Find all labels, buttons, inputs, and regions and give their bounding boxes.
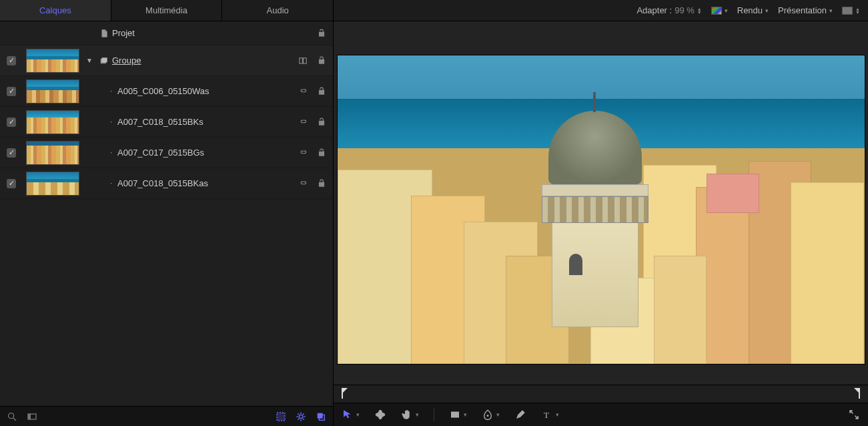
stepper-icon[interactable]: ▲▼	[855, 7, 860, 14]
clip-name[interactable]: A007_C018_0515BKas	[112, 178, 280, 188]
color-chip-icon	[711, 7, 722, 15]
panel-tabs: Calques Multimédia Audio	[0, 0, 333, 21]
viewer-panel: Adapter : 99 % ▲▼ ▾ Rendu ▾ Présentation…	[334, 0, 868, 426]
chevron-down-icon: ▾	[556, 411, 559, 418]
canvas-preview[interactable]	[338, 55, 865, 364]
svg-rect-35	[451, 412, 459, 418]
visibility-checkbox[interactable]	[7, 87, 16, 96]
tab-media[interactable]: Multimédia	[111, 0, 223, 21]
svg-rect-31	[318, 413, 323, 418]
clip-name[interactable]: A005_C006_05150Was	[112, 86, 280, 96]
chevron-down-icon: ▾	[725, 7, 728, 14]
clip-name[interactable]: A007_C018_0515BKs	[112, 117, 280, 127]
svg-rect-2	[300, 57, 303, 63]
clip-thumbnail	[26, 172, 79, 196]
viewer-top-toolbar: Adapter : 99 % ▲▼ ▾ Rendu ▾ Présentation…	[334, 0, 868, 21]
lock-open-icon[interactable]	[317, 56, 326, 65]
viewer-layout-menu[interactable]: ▲▼	[842, 7, 860, 15]
lock-open-icon[interactable]	[317, 87, 326, 96]
clip-thumbnail	[26, 141, 79, 165]
lock-open-icon[interactable]	[317, 179, 326, 188]
out-point-marker-icon[interactable]	[854, 388, 860, 394]
svg-rect-3	[304, 57, 307, 63]
visibility-checkbox[interactable]	[7, 148, 16, 158]
layer-list: Projet ▼ Groupe	[0, 21, 333, 406]
filter-stack-icon[interactable]	[316, 411, 326, 422]
tower-graphic	[548, 111, 642, 327]
in-point-marker-icon[interactable]	[342, 388, 348, 394]
frame-view-icon[interactable]	[27, 411, 37, 422]
svg-point-22	[299, 415, 302, 418]
lock-open-icon[interactable]	[317, 29, 326, 38]
shape-tool[interactable]: ▾	[449, 409, 467, 421]
clip-row[interactable]: A007_C017_0515BGs	[0, 138, 333, 168]
svg-line-27	[298, 413, 299, 415]
visibility-checkbox[interactable]	[7, 56, 16, 65]
clip-row[interactable]: A007_C018_0515BKas	[0, 168, 333, 199]
link-icon[interactable]	[298, 148, 308, 158]
view-label: Présentation	[778, 5, 827, 15]
select-tool[interactable]: ▾	[342, 409, 360, 421]
svg-point-36	[487, 415, 489, 417]
chevron-down-icon: ▾	[829, 7, 833, 14]
layout-chip-icon	[842, 7, 853, 15]
layers-panel-footer	[0, 406, 333, 426]
mini-timeline[interactable]	[334, 385, 868, 403]
fit-zoom-control[interactable]: Adapter : 99 % ▲▼	[636, 5, 701, 15]
svg-line-28	[303, 418, 304, 419]
link-icon[interactable]	[298, 118, 308, 127]
paint-tool[interactable]	[514, 409, 526, 421]
lock-open-icon[interactable]	[317, 118, 326, 127]
disclosure-triangle-icon[interactable]: ▼	[86, 57, 93, 64]
group-row[interactable]: ▼ Groupe	[0, 45, 333, 76]
clip-row[interactable]: A007_C018_0515BKs	[0, 107, 333, 138]
project-row[interactable]: Projet	[0, 21, 333, 45]
chevron-down-icon: ▾	[496, 411, 500, 418]
svg-line-30	[303, 413, 304, 415]
stepper-icon[interactable]: ▲▼	[697, 7, 702, 14]
lock-open-icon[interactable]	[317, 148, 326, 158]
pan-tool[interactable]: ▾	[401, 409, 419, 421]
svg-line-17	[13, 418, 16, 421]
3d-transform-tool[interactable]	[374, 409, 386, 421]
layers-panel: Calques Multimédia Audio Projet ▼ Gr	[0, 0, 334, 426]
view-menu[interactable]: Présentation ▾	[778, 5, 833, 15]
render-menu[interactable]: Rendu ▾	[737, 5, 769, 15]
chevron-down-icon: ▾	[464, 411, 467, 418]
clip-name[interactable]: A007_C017_0515BGs	[112, 148, 280, 158]
canvas-area[interactable]	[334, 21, 868, 385]
svg-text:T: T	[544, 410, 550, 420]
tab-layers[interactable]: Calques	[0, 0, 111, 21]
svg-line-29	[298, 418, 299, 419]
pen-mask-tool[interactable]: ▾	[482, 409, 500, 421]
project-label: Projet	[112, 28, 280, 38]
tab-audio[interactable]: Audio	[222, 0, 333, 21]
toolbar-divider	[434, 408, 434, 421]
svg-rect-19	[28, 414, 31, 419]
clip-thumbnail	[26, 79, 79, 103]
group-thumbnail	[26, 49, 79, 73]
visibility-checkbox[interactable]	[7, 118, 16, 127]
link-icon[interactable]	[298, 179, 308, 188]
clip-row[interactable]: A005_C006_05150Was	[0, 76, 333, 107]
expand-viewer-button[interactable]	[848, 409, 860, 421]
svg-point-34	[378, 410, 382, 419]
group-label[interactable]: Groupe	[112, 55, 280, 65]
color-channels-menu[interactable]: ▾	[711, 7, 728, 15]
text-tool[interactable]: T ▾	[541, 409, 559, 421]
chevron-down-icon: ▾	[765, 7, 769, 14]
svg-rect-1	[102, 57, 107, 62]
chevron-down-icon: ▾	[356, 411, 360, 418]
visibility-checkbox[interactable]	[7, 179, 16, 188]
link-icon[interactable]	[298, 87, 308, 96]
clip-thumbnail	[26, 110, 79, 134]
passthrough-icon[interactable]	[298, 56, 308, 65]
chevron-down-icon: ▾	[416, 411, 419, 418]
mask-filter-icon[interactable]	[276, 411, 286, 422]
svg-point-16	[9, 413, 14, 418]
fit-label: Adapter :	[636, 5, 672, 15]
behavior-gear-icon[interactable]	[296, 411, 306, 422]
search-icon[interactable]	[7, 411, 17, 422]
document-icon	[99, 29, 109, 38]
group-stack-icon	[99, 56, 109, 65]
